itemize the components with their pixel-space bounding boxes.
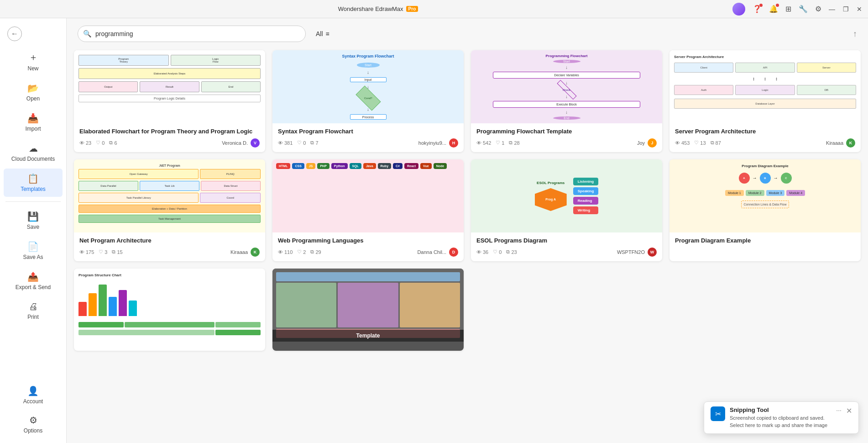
- card-template-highlight[interactable]: Template: [272, 269, 464, 351]
- help-button[interactable]: ❓: [753, 5, 762, 13]
- filter-icon: ≡: [326, 30, 329, 37]
- copies-icon2: ⧉: [310, 140, 314, 146]
- snipping-menu-button[interactable]: ···: [836, 406, 842, 414]
- sidebar-item-open[interactable]: 📂 Open: [4, 78, 63, 106]
- sidebar-item-print[interactable]: 🖨 Print: [4, 297, 63, 325]
- likes-icon5: ♡: [99, 249, 103, 255]
- snipping-close-button[interactable]: ✕: [846, 406, 852, 415]
- likes-icon2: ♡: [297, 140, 302, 146]
- card-meta-elaborated: 👁 23 ♡ 0 ⧉ 6: [79, 138, 260, 148]
- author-server: Kiraaaa K: [826, 138, 855, 148]
- sidebar-item-new[interactable]: ＋ New: [4, 47, 63, 76]
- user-avatar[interactable]: [732, 3, 745, 16]
- author-pfchart: Joy J: [637, 138, 657, 148]
- titlebar-right: ❓ 🔔 ⊞ 🔧 ⚙ — ❐ ✕: [732, 3, 863, 16]
- card-web-programming[interactable]: HTML CSS JS PHP Python SQL Java Ruby C# …: [272, 159, 464, 261]
- card-title-pfchart: Programming Flowchart Template: [476, 128, 657, 136]
- author-avatar-pfchart: J: [648, 138, 657, 148]
- card-server-program[interactable]: Server Program Architecture Client API S…: [669, 50, 861, 152]
- sidebar-item-cloud[interactable]: ☁ Cloud Documents: [4, 138, 63, 167]
- card-syntax-flowchart[interactable]: Syntax Program Flowchart Start ↓ Input ↓…: [272, 50, 464, 152]
- card-elaborated-flowchart[interactable]: ProgramTheory LogicFlow Elaborated Analy…: [74, 50, 265, 152]
- card-info-syntax: Syntax Program Flowchart 👁 381 ♡ 0: [272, 123, 464, 152]
- scroll-top-button[interactable]: ↑: [853, 29, 857, 39]
- card-esol[interactable]: ESOL Programs Prog A Listening Speaking …: [471, 159, 662, 261]
- card-img-elaborated: ProgramTheory LogicFlow Elaborated Analy…: [74, 50, 265, 123]
- sidebar-item-saveas[interactable]: 📄 Save As: [4, 237, 63, 265]
- card-info-progdiagram: Program Diagram Example: [669, 232, 861, 252]
- author-avatar-esol: W: [648, 248, 657, 257]
- card-img-server: Server Program Architecture Client API S…: [669, 50, 861, 123]
- card-title-syntax: Syntax Program Flowchart: [278, 128, 458, 136]
- card-title-web: Web Programming Languages: [278, 237, 458, 245]
- back-button[interactable]: ←: [7, 26, 22, 41]
- filter-button[interactable]: All ≡: [311, 27, 334, 40]
- pro-badge: Pro: [406, 6, 418, 12]
- card-title-server: Server Program Architecture: [675, 128, 855, 136]
- likes-icon4: ♡: [694, 140, 699, 146]
- maximize-button[interactable]: ❐: [842, 6, 849, 12]
- author-avatar-server: K: [846, 138, 855, 148]
- card-img-highlight: Template: [272, 269, 464, 342]
- author-avatar-elaborated: V: [251, 138, 260, 148]
- card-img-progdiagram: Program Diagram Example A → B → C Module…: [669, 159, 861, 232]
- sidebar-item-options[interactable]: ⚙ Options: [4, 410, 63, 438]
- sidebar-label-cloud: Cloud Documents: [11, 156, 55, 162]
- card-info-pfchart: Programming Flowchart Template 👁 542 ♡ 1: [471, 123, 662, 152]
- close-button[interactable]: ✕: [856, 6, 863, 12]
- sidebar-item-save[interactable]: 💾 Save: [4, 206, 63, 235]
- template-grid-scroll[interactable]: ProgramTheory LogicFlow Elaborated Analy…: [67, 47, 868, 443]
- card-programming-flowchart[interactable]: Programming Flowchart Start ↓ Declare Va…: [471, 50, 662, 152]
- sidebar-label-account: Account: [23, 398, 43, 405]
- card-meta-syntax: 👁 381 ♡ 0 ⧉ 7: [278, 138, 458, 148]
- copies-icon4: ⧉: [711, 140, 714, 146]
- author-avatar-net: K: [251, 248, 260, 257]
- sidebar-bottom: 👤 Account ⚙ Options: [0, 380, 66, 439]
- account-icon: 👤: [27, 385, 39, 396]
- card-net-program[interactable]: .NET Program Open Gateway PLINQ Data Par…: [74, 159, 265, 261]
- search-icon: 🔍: [83, 30, 92, 38]
- sidebar-item-account[interactable]: 👤 Account: [4, 381, 63, 409]
- grid-button[interactable]: ⊞: [785, 5, 791, 13]
- help-badge: [759, 4, 763, 7]
- card-program-diagram[interactable]: Program Diagram Example A → B → C Module…: [669, 159, 861, 261]
- card-info-net: Net Program Architecture 👁 175 ♡ 3: [74, 232, 265, 261]
- card-img-net: .NET Program Open Gateway PLINQ Data Par…: [74, 159, 265, 232]
- views-icon5: 👁: [79, 249, 84, 255]
- card-meta-net: 👁 175 ♡ 3 ⧉ 15: [79, 248, 260, 257]
- prog-diagram-title: Program Diagram Example: [742, 164, 788, 168]
- search-input[interactable]: [78, 26, 306, 42]
- sidebar-item-export[interactable]: 📤 Export & Send: [4, 267, 63, 295]
- views-esol: 👁 36: [476, 249, 488, 255]
- minimize-button[interactable]: —: [829, 6, 835, 12]
- views-icon3: 👁: [476, 140, 481, 146]
- template-label: Template: [272, 330, 464, 342]
- author-avatar-web: D: [449, 248, 458, 257]
- card-green-chart[interactable]: Program Structure Chart: [74, 269, 265, 351]
- author-web: Danna Chil... D: [417, 248, 458, 257]
- card-info-web: Web Programming Languages 👁 110 ♡ 2: [272, 232, 464, 261]
- views-web: 👁 110: [278, 249, 293, 255]
- card-info-greenchart: [74, 342, 265, 351]
- copies-web: ⧉ 29: [310, 249, 321, 255]
- likes-pfchart: ♡ 1: [496, 140, 504, 146]
- likes-esol: ♡ 0: [493, 249, 502, 255]
- extensions-button[interactable]: 🔧: [799, 5, 808, 13]
- views-server: 👁 453: [675, 140, 690, 146]
- settings-button[interactable]: ⚙: [815, 5, 821, 13]
- author-elaborated: Veronica D. V: [222, 138, 260, 148]
- sidebar-label-templates: Templates: [21, 186, 46, 192]
- copies-esol: ⧉ 23: [506, 249, 517, 255]
- card-info-elaborated: Elaborated Flowchart for Program Theory …: [74, 123, 265, 152]
- sidebar-label-save: Save: [27, 224, 39, 230]
- notifications-button[interactable]: 🔔: [769, 5, 778, 13]
- copies-syntax: ⧉ 7: [310, 140, 318, 146]
- new-icon: ＋: [29, 51, 38, 63]
- card-title-esol: ESOL Programs Diagram: [476, 237, 657, 245]
- card-info-highlight: [272, 342, 464, 351]
- likes-elaborated: ♡ 0: [96, 140, 105, 146]
- sidebar-item-import[interactable]: 📥 Import: [4, 108, 63, 137]
- author-syntax: hokyinyiu9... H: [418, 138, 458, 148]
- template-grid: ProgramTheory LogicFlow Elaborated Analy…: [74, 50, 861, 351]
- sidebar-item-templates[interactable]: 📋 Templates: [4, 169, 63, 197]
